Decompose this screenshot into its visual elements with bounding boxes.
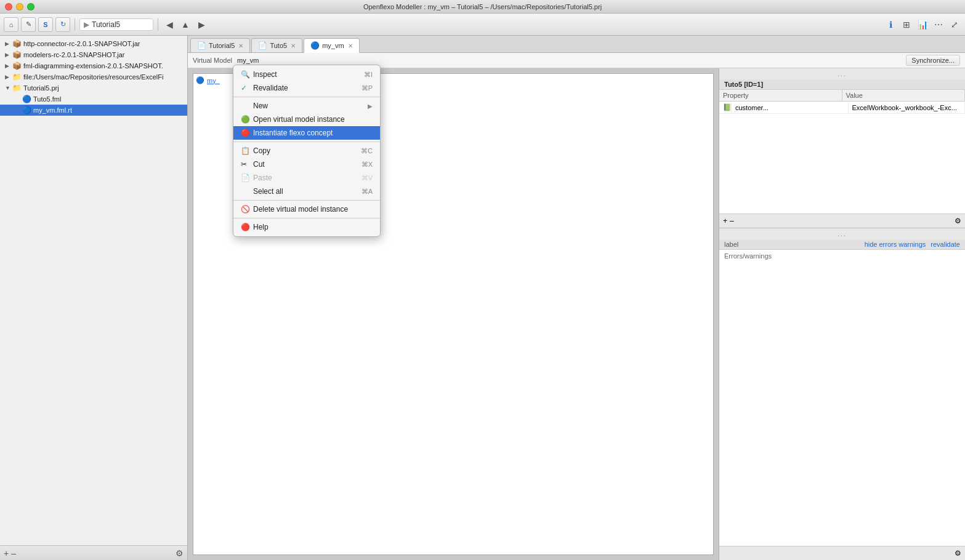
tab-label-tuto5: Tuto5 [270,42,287,49]
panel-title: Tuto5 [ID=1] [724,81,763,88]
instantiate-icon: 🔴 [241,129,249,137]
vm-canvas-node: 🔵 my_ [196,76,220,84]
fmlrt-icon: 🔵 [22,106,31,114]
prop-table-row[interactable]: 📗 customer... ExcelWorkbook-_workbook_-E… [719,102,965,114]
jar-icon: 📦 [12,39,22,48]
menu-item-help[interactable]: 🔴 Help [233,220,380,234]
nav-forward-btn[interactable]: ▶ [195,18,208,31]
menu-item-paste[interactable]: 📄 Paste ⌘V [233,171,380,185]
sidebar-item-label: modelers-rc-2.0.1-SNAPSHOT.jar [23,51,124,58]
paste-icon: 📄 [241,174,249,182]
toolbar-edit-btn[interactable]: ✎ [21,17,36,32]
hide-errors-link[interactable]: hide errors warnings [865,241,926,248]
minimize-button[interactable] [16,3,23,10]
more-icon[interactable]: ⋯ [932,18,945,31]
fml-icon: 🔵 [22,95,31,103]
toolbar-refresh-btn[interactable]: ↻ [55,17,70,32]
right-panel-bottom: ... label hide errors warnings revalidat… [719,228,965,560]
menu-item-label: Copy [253,146,270,155]
tab-tutorial5[interactable]: 📄 Tutorial5 ✕ [190,38,250,52]
menu-item-select-all[interactable]: Select all ⌘A [233,185,380,198]
toolbar: ⌂ ✎ S ↻ ▶ Tutorial5 ◀ ▲ ▶ ℹ ⊞ 📊 ⋯ ⤢ [0,14,965,36]
tab-icon-tuto5: 📄 [258,41,267,50]
grid-icon[interactable]: ⊞ [900,18,913,31]
info-icon[interactable]: ℹ [884,18,897,31]
sidebar-gear-btn[interactable]: ⚙ [176,548,184,558]
menu-item-label: Inspect [253,70,277,79]
check-icon: ✓ [241,84,249,92]
window-controls [5,3,34,10]
title-bar: Openflexo Modeller : my_vm – Tutorial5 –… [0,0,965,14]
menu-item-copy[interactable]: 📋 Copy ⌘C [233,144,380,158]
menu-item-revalidate[interactable]: ✓ Revalidate ⌘P [233,81,380,95]
paste-shortcut: ⌘V [361,174,373,182]
tab-close-tutorial5[interactable]: ✕ [238,42,243,49]
sidebar-item-tutorial5prj[interactable]: ▼ 📁 Tutorial5.prj [0,82,187,94]
cut-shortcut: ⌘X [361,161,373,169]
chart-icon[interactable]: 📊 [916,18,929,31]
tab-icon-my-vm: 🔵 [310,41,320,50]
sidebar-item-label: my_vm.fml.rt [33,106,72,114]
menu-item-new[interactable]: New ▶ [233,99,380,113]
sidebar-item-file-resources[interactable]: ▶ 📁 file:/Users/mac/Repositories/resourc… [0,71,187,82]
right-panel-top: ... Tuto5 [ID=1] Property Value 📗 custom… [719,68,965,228]
menu-item-label: Delete virtual model instance [253,205,348,214]
panel-gear-btn[interactable]: ⚙ [955,217,961,225]
menu-item-label: Select all [253,187,283,196]
delete-icon: 🚫 [241,205,249,214]
panel-bottom-buttons: + – ⚙ [719,214,965,228]
menu-item-label: Help [253,223,269,231]
sidebar-remove-btn[interactable]: – [11,548,16,558]
sidebar-add-btn[interactable]: + [4,548,9,558]
menu-item-inspect[interactable]: 🔍 Inspect ⌘I [233,68,380,81]
revalidate-link[interactable]: revalidate [931,241,960,248]
jar-icon: 📦 [12,50,22,59]
toolbar-settings-btn[interactable]: S [38,17,53,32]
menu-item-open-vm-instance[interactable]: 🟢 Open virtual model instance [233,113,380,126]
window-title: Openflexo Modeller : my_vm – Tutorial5 –… [363,3,602,10]
sync-button[interactable]: Synchronize... [906,55,960,66]
tab-my-vm[interactable]: 🔵 my_vm ✕ [304,38,359,53]
sidebar-item-myvmfmlrt[interactable]: 🔵 my_vm.fml.rt [0,105,187,116]
maximize-button[interactable] [27,3,34,10]
sidebar-item-tuto5fml[interactable]: 🔵 Tuto5.fml [0,94,187,105]
sidebar-item-http-connector[interactable]: ▶ 📦 http-connector-rc-2.0.1-SNAPSHOT.jar [0,38,187,49]
nav-back-btn[interactable]: ◀ [163,18,176,31]
col-property: Property [719,90,842,101]
sidebar-item-label: fml-diagramming-extension-2.0.1-SNAPSHOT… [23,62,163,70]
panel-remove-btn[interactable]: – [730,217,734,225]
menu-item-delete-vm[interactable]: 🚫 Delete virtual model instance [233,202,380,216]
nav-up-btn[interactable]: ▲ [179,18,192,31]
arrow-icon: ▶ [5,74,12,80]
prop-row-icon: 📗 [719,102,732,113]
menu-separator-4 [233,218,380,218]
select-all-icon [241,187,249,196]
bottom-gear-btn[interactable]: ⚙ [955,549,961,558]
arrow-icon: ▶ [5,41,12,47]
prop-row-property: customer... [732,102,849,113]
tab-close-my-vm[interactable]: ✕ [348,42,353,49]
col-value: Value [842,90,966,101]
expand-icon[interactable]: ⤢ [948,18,961,31]
sidebar-item-modelers[interactable]: ▶ 📦 modelers-rc-2.0.1-SNAPSHOT.jar [0,49,187,60]
bottom-toolbar: label hide errors warnings revalidate [719,239,965,250]
property-table: Property Value 📗 customer... ExcelWorkbo… [719,90,965,214]
breadcrumb-text: Tutorial5 [92,20,120,29]
menu-item-label: Revalidate [253,84,288,92]
arrow-icon: ▶ [5,63,12,69]
sidebar-item-label: http-connector-rc-2.0.1-SNAPSHOT.jar [23,40,140,47]
panel-bottom-dots: ... [719,228,965,239]
menu-item-instantiate-flexo[interactable]: 🔴 Instantiate flexo concept [233,126,380,140]
close-button[interactable] [5,3,12,10]
menu-item-label: Cut [253,160,265,169]
menu-item-label: Instantiate flexo concept [253,129,333,137]
panel-add-btn[interactable]: + [723,217,727,225]
toolbar-breadcrumb[interactable]: ▶ Tutorial5 [79,18,153,31]
tab-tuto5[interactable]: 📄 Tuto5 ✕ [251,38,302,52]
sidebar-item-fml-diagramming[interactable]: ▶ 📦 fml-diagramming-extension-2.0.1-SNAP… [0,60,187,71]
toolbar-home-btn[interactable]: ⌂ [4,17,18,32]
bottom-actions: hide errors warnings revalidate [865,241,960,248]
tab-close-tuto5[interactable]: ✕ [291,42,296,49]
menu-item-cut[interactable]: ✂ Cut ⌘X [233,158,380,171]
arrow-icon: ▼ [5,85,12,91]
